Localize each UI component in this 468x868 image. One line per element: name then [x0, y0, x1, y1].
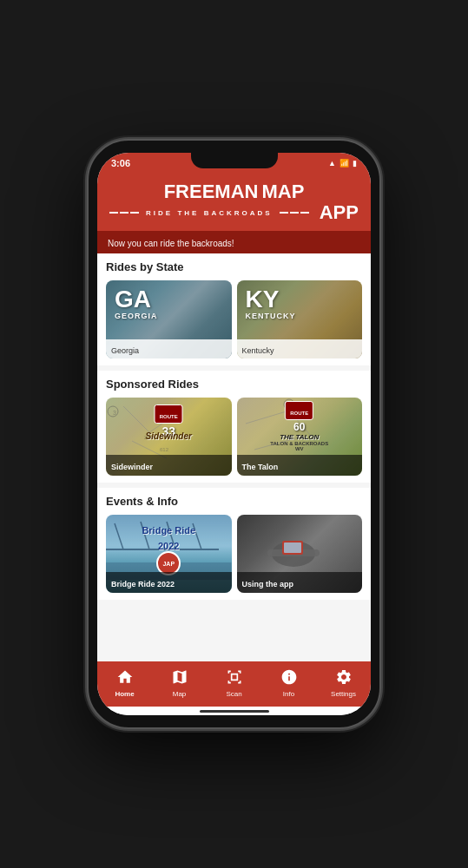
sponsored-rides-section: Sponsored Rides 3 259	[97, 371, 371, 483]
state-card-ga[interactable]: GA GEORGIA Georgia	[106, 280, 232, 358]
logo-freeman: FREEMAN	[164, 182, 259, 201]
svg-text:3: 3	[113, 410, 116, 416]
home-svg	[116, 668, 134, 686]
logo-container: FREEMAN MAP RIDE THE BACKROADS APP	[108, 177, 360, 224]
events-section: Events & Info	[97, 488, 371, 600]
signal-icon: ▲	[328, 159, 336, 168]
tab-info-label: Info	[283, 690, 294, 698]
ga-name: GEORGIA	[115, 312, 158, 320]
settings-icon	[335, 668, 353, 688]
sidewinder-title: Sidewinder	[146, 427, 192, 443]
tab-scan-label: Scan	[226, 690, 241, 698]
ky-footer-text: Kentucky	[242, 346, 274, 355]
home-indicator	[97, 707, 371, 715]
ride-card-talon[interactable]: 11 ROUTE 60 THE TALON TALON & BACKROADS …	[237, 398, 363, 476]
logo-backroads: RIDE THE BACKROADS	[146, 209, 273, 217]
tab-settings[interactable]: Settings	[316, 668, 371, 698]
tab-info[interactable]: Info	[261, 668, 316, 698]
svg-text:612: 612	[160, 447, 169, 452]
app-usage-footer: Using the app	[237, 572, 363, 593]
road-dashes	[109, 212, 139, 214]
ky-content: KY KENTUCKY	[237, 280, 363, 339]
ga-footer-text: Georgia	[111, 346, 139, 355]
ride-card-sidewinder[interactable]: 3 259 612 ROUTE 33	[106, 398, 232, 476]
app-header: FREEMAN MAP RIDE THE BACKROADS APP	[97, 172, 371, 231]
home-icon	[116, 668, 134, 688]
talon-footer-text: The Talon	[242, 463, 279, 471]
state-card-ky[interactable]: KY KENTUCKY Kentucky	[237, 280, 363, 358]
ga-abbr: GA	[115, 287, 151, 312]
logo-row2: RIDE THE BACKROADS APP	[109, 203, 359, 222]
scan-svg	[226, 668, 243, 686]
rides-by-state-section: Rides by State GA GEORGIA Georgia	[97, 253, 371, 365]
events-row: Bridge Ride2022 JAP Bridge Ride 2022	[106, 515, 362, 593]
ky-name: KENTUCKY	[246, 312, 296, 320]
tab-home-label: Home	[115, 690, 134, 698]
scan-icon	[226, 668, 243, 688]
svg-rect-21	[284, 542, 301, 553]
events-section-title: Events & Info	[106, 495, 362, 508]
tab-bar: Home Map Scan	[97, 661, 371, 707]
notch	[191, 153, 278, 168]
tab-map-label: Map	[173, 690, 187, 698]
battery-icon: ▮	[353, 159, 357, 168]
sidewinder-footer-text: Sidewinder	[111, 463, 153, 471]
ky-footer: Kentucky	[237, 339, 363, 358]
bridge-title-overlay: Bridge Ride2022	[106, 522, 232, 553]
bridge-footer-text: Bridge Ride 2022	[111, 580, 175, 589]
state-cards-row: GA GEORGIA Georgia KY KENTUCKY	[106, 280, 362, 358]
tab-settings-label: Settings	[331, 690, 356, 698]
ga-content: GA GEORGIA	[106, 280, 232, 339]
event-card-bridge[interactable]: Bridge Ride2022 JAP Bridge Ride 2022	[106, 515, 232, 593]
tab-map[interactable]: Map	[152, 668, 207, 698]
map-icon	[171, 668, 188, 688]
tagline-bar: Now you can ride the backroads!	[97, 231, 371, 253]
road-dashes-2	[280, 212, 309, 214]
status-icons: ▲ 📶 ▮	[328, 159, 357, 168]
bridge-title-text: Bridge Ride2022	[142, 525, 195, 551]
event-card-app[interactable]: Using the app	[237, 515, 363, 593]
ky-abbr: KY	[246, 287, 280, 312]
logo-map: MAP	[261, 181, 304, 203]
talon-footer: The Talon	[237, 455, 363, 476]
info-svg	[280, 668, 298, 686]
bridge-footer: Bridge Ride 2022	[106, 572, 232, 593]
ga-footer: Georgia	[106, 339, 232, 358]
scroll-content[interactable]: Rides by State GA GEORGIA Georgia	[97, 253, 371, 661]
rides-section-title: Rides by State	[106, 260, 362, 273]
tab-scan[interactable]: Scan	[207, 668, 261, 698]
bridge-logo-abbrev: JAP	[162, 561, 175, 567]
sponsored-section-title: Sponsored Rides	[106, 378, 362, 391]
sponsored-row: 3 259 612 ROUTE 33	[106, 398, 362, 476]
map-svg	[171, 668, 188, 686]
wifi-icon: 📶	[339, 159, 349, 168]
sidewinder-footer: Sidewinder	[106, 455, 232, 476]
tagline-text: Now you can ride the backroads!	[108, 239, 234, 248]
app-usage-footer-text: Using the app	[242, 580, 294, 589]
phone-screen: 3:06 ▲ 📶 ▮ FREEMAN MAP	[97, 153, 371, 715]
talon-badge: ROUTE 60 THE TALON TALON & BACKROADS WV	[268, 401, 331, 451]
home-bar	[200, 710, 269, 713]
tab-home[interactable]: Home	[97, 668, 152, 698]
info-icon	[280, 668, 298, 688]
phone-frame: 3:06 ▲ 📶 ▮ FREEMAN MAP	[87, 139, 381, 729]
status-time: 3:06	[111, 158, 130, 168]
settings-svg	[335, 668, 353, 686]
logo-app: APP	[320, 203, 359, 222]
